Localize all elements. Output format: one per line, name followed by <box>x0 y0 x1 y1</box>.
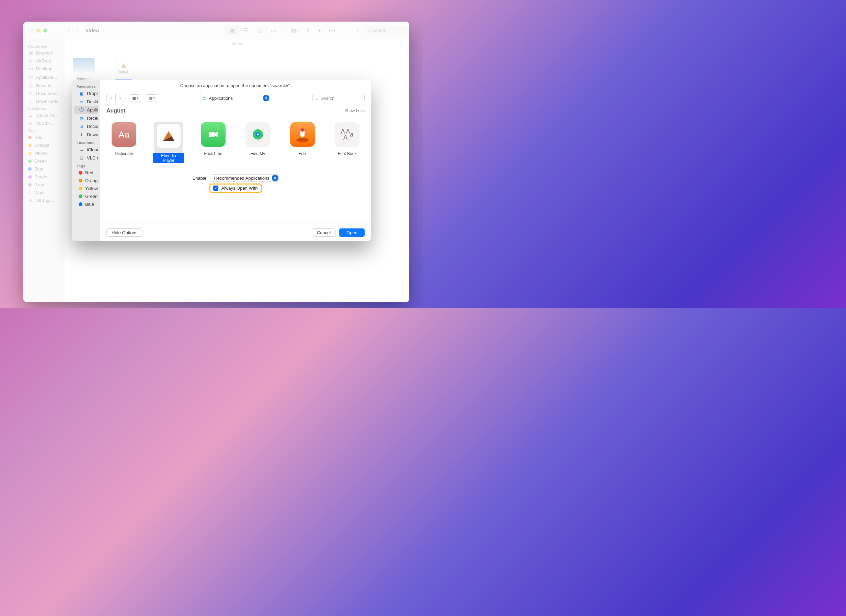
dialog-sidebar-tag-yellow[interactable]: Yellow <box>74 185 98 192</box>
group-by-button[interactable]: ▤▾ <box>291 27 299 34</box>
sidebar-tag-gray[interactable]: Gray <box>24 181 65 189</box>
dialog-sidebar-item-downloads[interactable]: ⤓Downloads <box>74 131 98 139</box>
actions-button[interactable]: ⊙▾ <box>328 27 335 34</box>
sidebar-item-applications[interactable]: ⒶApplicati… <box>24 73 65 82</box>
tags-button[interactable]: ⌖ <box>318 28 321 34</box>
apps-area: August Show Less Aa Dictionary Elmedia P… <box>100 104 371 224</box>
app-label: Font Book <box>338 151 357 156</box>
hide-options-button[interactable]: Hide Options <box>106 229 143 237</box>
window-title: Video <box>85 28 99 33</box>
dialog-forward-button[interactable]: › <box>116 94 125 102</box>
window-close-button[interactable] <box>29 28 34 32</box>
sidebar-item-recents[interactable]: ◷Recents <box>24 82 65 89</box>
dialog-sidebar-item-desktop[interactable]: ▭Desktop <box>74 97 98 106</box>
location-popup[interactable]: 🗀 Applications ▴▾ <box>200 94 270 102</box>
open-button[interactable]: Open <box>339 229 365 237</box>
app-facetime[interactable]: FaceTime <box>198 122 229 163</box>
dialog-sidebar-tag-red[interactable]: Red <box>74 169 98 177</box>
show-less-button[interactable]: Show Less <box>344 109 365 113</box>
location-label: Applications <box>209 96 233 101</box>
sidebar-item-desktop[interactable]: ▭Desktop <box>24 65 65 73</box>
sidebar-tag-green[interactable]: Green <box>24 157 65 165</box>
dialog-sidebar-tag-green[interactable]: Green <box>74 192 98 200</box>
dialog-view-button[interactable]: ▦▾ <box>130 94 141 102</box>
nav-forward-button[interactable]: › <box>76 27 78 34</box>
window-minimize-button[interactable] <box>37 28 41 32</box>
sidebar-all-tags[interactable]: ⊕All Tags… <box>24 197 65 204</box>
app-label: Folx <box>299 151 307 156</box>
sidebar-section-tags: Tags <box>24 127 65 133</box>
dialog-sidebar-item-recents[interactable]: ◷Recents <box>74 114 98 122</box>
dialog-sidebar-item-dropbox[interactable]: ▣Dropbox <box>74 89 98 97</box>
sidebar-item-icloud[interactable]: ☁iCloud Dri… <box>24 111 65 119</box>
always-open-with-label: Always Open With <box>221 186 257 191</box>
enable-popup[interactable]: Recommended Applications ▴▾ <box>211 174 278 182</box>
toolbar-overflow-button[interactable]: ▾ <box>357 29 359 32</box>
dialog-sidebar-item-vlc[interactable]: ⊟VLC m...⏏ <box>74 154 98 162</box>
window-zoom-button[interactable] <box>43 28 47 32</box>
stepper-icon: ▴▾ <box>263 95 269 101</box>
app-folx[interactable]: Folx <box>287 122 318 163</box>
all-tags-icon: ⊕ <box>28 198 33 203</box>
app-font-book[interactable]: A AA a Font Book <box>332 122 363 163</box>
sidebar-tag-red[interactable]: Red <box>24 133 65 141</box>
finder-search-field[interactable]: ⌕ Search <box>365 26 409 35</box>
airdrop-icon: ◎ <box>28 58 33 63</box>
always-open-with-checkbox[interactable]: ✓ <box>213 186 218 191</box>
dialog-sidebar-tag-orange[interactable]: Orange <box>74 177 98 185</box>
elmedia-player-icon <box>156 123 181 148</box>
path-bar: Video ＋ <box>65 40 409 48</box>
applications-icon: Ⓐ <box>28 74 33 80</box>
sidebar-tag-blue[interactable]: Blue <box>24 165 65 173</box>
sidebar-item-documents[interactable]: 🗎Documents <box>24 89 65 97</box>
add-tab-button[interactable]: ＋ <box>400 40 409 48</box>
sidebar-item-downloads[interactable]: ⤓Downloads <box>24 97 65 105</box>
svg-rect-10 <box>300 128 305 132</box>
dialog-back-button[interactable]: ‹ <box>107 94 116 102</box>
app-find-my[interactable]: Find My <box>243 122 273 163</box>
folx-icon <box>290 122 315 147</box>
disk-icon: ⊟ <box>28 121 33 126</box>
cloud-icon: ☁ <box>79 147 84 152</box>
dictionary-icon: Aa <box>112 122 136 147</box>
documents-icon: 🗎 <box>28 91 33 96</box>
dialog-section-favourites: Favourites <box>72 82 100 89</box>
finder-toolbar: ‹ › Video ▦ ☰ ◫ ▭ ▤▾ ⇪ ⌖ ⊙▾ ▾ ⌕ Search <box>24 22 409 40</box>
downloads-icon: ⤓ <box>79 132 84 137</box>
app-elmedia-player[interactable]: Elmedia Player <box>153 122 184 163</box>
dialog-sidebar-tag-blue[interactable]: Blue <box>74 200 98 208</box>
dialog-sidebar: Favourites ▣Dropbox ▭Desktop ⒶApplicati.… <box>72 79 100 241</box>
nav-back-button[interactable]: ‹ <box>68 27 70 34</box>
view-gallery-button[interactable]: ▭ <box>266 26 280 35</box>
open-with-dialog: Favourites ▣Dropbox ▭Desktop ⒶApplicati.… <box>72 79 371 241</box>
disk-icon: ⊟ <box>79 155 84 160</box>
sidebar-section-locations: Locations <box>24 105 65 111</box>
app-label: FaceTime <box>204 151 222 156</box>
sidebar-item-dropbox[interactable]: ▣Dropbox <box>24 49 65 57</box>
sidebar-item-vlc[interactable]: ⊟VLC m… <box>24 119 65 127</box>
svg-point-8 <box>296 138 309 142</box>
sidebar-item-airdrop[interactable]: ◎AirDrop <box>24 57 65 65</box>
dialog-sidebar-item-documents[interactable]: 🗎Documents <box>74 122 98 131</box>
share-button[interactable]: ⇪ <box>306 27 310 34</box>
dialog-group-button[interactable]: ▤▾ <box>146 94 157 102</box>
sidebar-tag-orange[interactable]: Orange <box>24 141 65 149</box>
sidebar-tag-work[interactable]: Work <box>24 189 65 197</box>
file-thumbnail-icon <box>73 58 95 75</box>
sidebar-tag-purple[interactable]: Purple <box>24 173 65 181</box>
dialog-search-field[interactable]: ⌕ Search <box>312 94 365 102</box>
cancel-button[interactable]: Cancel <box>312 229 336 237</box>
sidebar-tag-yellow[interactable]: Yellow <box>24 149 65 157</box>
svg-marker-4 <box>215 132 218 137</box>
view-column-button[interactable]: ◫ <box>253 26 266 35</box>
view-list-button[interactable]: ☰ <box>239 26 253 35</box>
folder-icon: ▣ <box>79 91 84 96</box>
facetime-icon <box>201 122 225 147</box>
always-open-with-row: ✓ Always Open With <box>210 185 260 192</box>
dialog-sidebar-item-applications[interactable]: ⒶApplicati... <box>74 106 98 114</box>
view-icon-button[interactable]: ▦ <box>225 26 239 35</box>
options-bar: Enable: Recommended Applications ▴▾ ✓ Al… <box>106 169 365 195</box>
dialog-sidebar-item-icloud[interactable]: ☁iCloud Dri... <box>74 145 98 154</box>
group-icon: ▤ <box>148 96 152 101</box>
app-dictionary[interactable]: Aa Dictionary <box>109 122 140 163</box>
